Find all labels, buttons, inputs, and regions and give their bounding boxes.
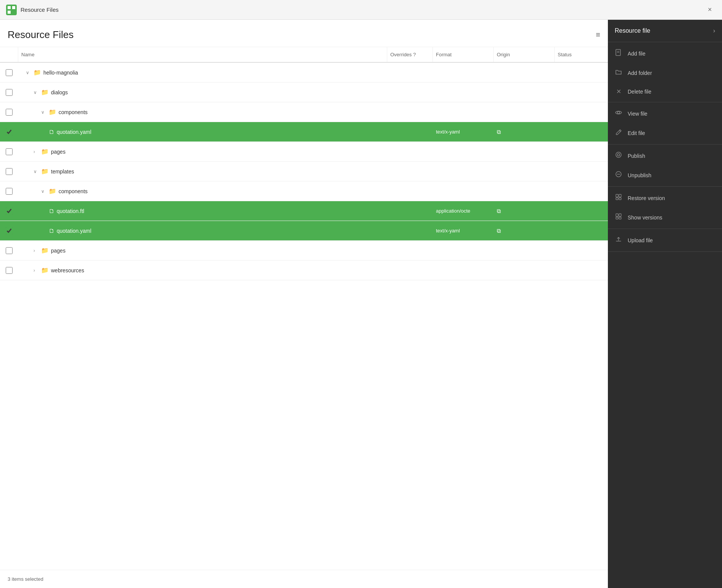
row-format-cell <box>433 248 494 254</box>
table-row[interactable]: ∨ 📁 templates <box>0 162 608 181</box>
expand-icon[interactable]: › <box>33 268 39 273</box>
row-checkbox[interactable] <box>6 208 13 215</box>
add-folder-button[interactable]: Add folder <box>608 63 722 83</box>
item-name: pages <box>51 149 65 155</box>
delete-file-button[interactable]: ✕ Delete file <box>608 83 722 100</box>
row-format-cell <box>433 168 494 175</box>
table-row[interactable]: ∨ 📁 dialogs <box>0 83 608 102</box>
table-row[interactable]: › 📁 pages <box>0 142 608 162</box>
folder-icon: 📁 <box>41 148 49 155</box>
action-group-files: Add file Add folder ✕ Delete file <box>608 42 722 102</box>
item-name: dialogs <box>51 89 68 95</box>
edit-file-label: Edit file <box>628 130 645 136</box>
row-checkbox-cell[interactable] <box>0 87 18 97</box>
table-row[interactable]: ∨ 📁 components <box>0 102 608 122</box>
row-checkbox[interactable] <box>6 188 13 195</box>
row-name-cell: › 📁 webresources <box>18 264 387 277</box>
table-row[interactable]: ∨ 📁 components <box>0 181 608 201</box>
row-checkbox[interactable] <box>6 89 13 96</box>
right-panel-chevron-icon[interactable]: › <box>713 27 715 34</box>
row-checkbox-cell[interactable] <box>0 226 18 236</box>
row-overrides-cell <box>387 168 433 175</box>
row-checkbox-cell[interactable] <box>0 127 18 137</box>
col-checkbox <box>0 47 18 62</box>
row-checkbox[interactable] <box>6 168 13 175</box>
row-name-cell: ∨ 📁 components <box>18 105 387 119</box>
row-checkbox-cell[interactable] <box>0 68 18 78</box>
expand-icon[interactable]: › <box>33 149 39 154</box>
svg-rect-18 <box>616 217 618 219</box>
expand-icon[interactable]: ∨ <box>33 90 39 95</box>
row-checkbox[interactable] <box>6 69 13 76</box>
app-logo <box>6 5 17 15</box>
upload-file-button[interactable]: Upload file <box>608 230 722 250</box>
folder-icon: 📁 <box>49 188 56 195</box>
expand-icon[interactable]: › <box>33 248 39 253</box>
expand-icon[interactable]: ∨ <box>26 70 31 75</box>
copy-icon[interactable]: ⧉ <box>497 227 501 234</box>
close-button[interactable]: × <box>704 4 716 16</box>
row-origin-cell <box>494 188 555 194</box>
row-checkbox-cell[interactable] <box>0 246 18 256</box>
row-checkbox-cell[interactable] <box>0 206 18 216</box>
copy-icon[interactable]: ⧉ <box>497 129 501 135</box>
row-checkbox[interactable] <box>6 267 13 274</box>
file-icon: 🗋 <box>49 208 54 214</box>
left-panel: Resource Files ≡ Name Overrides ? Format… <box>0 20 608 588</box>
item-name: quotation.ftl <box>57 208 84 214</box>
row-overrides-cell <box>387 228 433 234</box>
svg-rect-1 <box>8 6 11 9</box>
svg-rect-14 <box>616 198 618 200</box>
expand-icon[interactable]: ∨ <box>33 169 39 174</box>
table-row[interactable]: 🗋 quotation.yaml text/x-yaml ⧉ <box>0 221 608 241</box>
edit-file-button[interactable]: Edit file <box>608 123 722 143</box>
row-checkbox-cell[interactable] <box>0 186 18 196</box>
restore-version-button[interactable]: Restore version <box>608 188 722 208</box>
restore-version-label: Restore version <box>628 195 665 201</box>
table-row[interactable]: 🗋 quotation.ftl application/octe ⧉ <box>0 201 608 221</box>
table-row[interactable]: › 📁 pages <box>0 241 608 261</box>
unpublish-button[interactable]: Unpublish <box>608 165 722 185</box>
row-checkbox-cell[interactable] <box>0 265 18 275</box>
row-name-cell: 🗋 quotation.yaml <box>18 224 387 237</box>
row-checkbox[interactable] <box>6 109 13 116</box>
row-name-cell: ∨ 📁 dialogs <box>18 86 387 99</box>
row-format-cell <box>433 188 494 194</box>
row-checkbox-cell[interactable] <box>0 107 18 117</box>
expand-icon[interactable]: ∨ <box>41 110 46 115</box>
table-row[interactable]: › 📁 webresources <box>0 261 608 280</box>
folder-icon: 📁 <box>41 168 49 175</box>
publish-button[interactable]: Publish <box>608 146 722 165</box>
file-icon: 🗋 <box>49 129 54 135</box>
row-checkbox-cell[interactable] <box>0 147 18 157</box>
row-overrides-cell <box>387 188 433 194</box>
view-file-button[interactable]: View file <box>608 104 722 123</box>
table-row[interactable]: 🗋 quotation.yaml text/x-yaml ⧉ <box>0 122 608 142</box>
folder-icon: 📁 <box>33 69 41 76</box>
col-overrides: Overrides ? <box>387 47 433 62</box>
file-icon: 🗋 <box>49 227 54 234</box>
row-format-cell <box>433 267 494 273</box>
row-status-cell <box>555 149 608 155</box>
row-checkbox-cell[interactable] <box>0 167 18 176</box>
row-name-cell: ∨ 📁 templates <box>18 165 387 178</box>
add-file-button[interactable]: Add file <box>608 44 722 63</box>
row-status-cell <box>555 267 608 273</box>
copy-icon[interactable]: ⧉ <box>497 208 501 214</box>
table-row[interactable]: ∨ 📁 hello-magnolia <box>0 63 608 83</box>
expand-icon[interactable]: ∨ <box>41 189 46 194</box>
right-panel: Resource file › Add file <box>608 20 722 588</box>
svg-point-9 <box>617 154 620 156</box>
item-name: quotation.yaml <box>57 228 91 234</box>
item-name: hello-magnolia <box>43 70 78 76</box>
show-versions-button[interactable]: Show versions <box>608 208 722 227</box>
menu-icon[interactable]: ≡ <box>596 30 600 39</box>
svg-rect-3 <box>12 6 15 9</box>
row-checkbox[interactable] <box>6 148 13 155</box>
delete-file-icon: ✕ <box>615 88 622 95</box>
row-checkbox[interactable] <box>6 227 13 234</box>
row-overrides-cell <box>387 248 433 254</box>
row-checkbox[interactable] <box>6 129 13 135</box>
row-format-cell <box>433 89 494 95</box>
row-checkbox[interactable] <box>6 247 13 254</box>
